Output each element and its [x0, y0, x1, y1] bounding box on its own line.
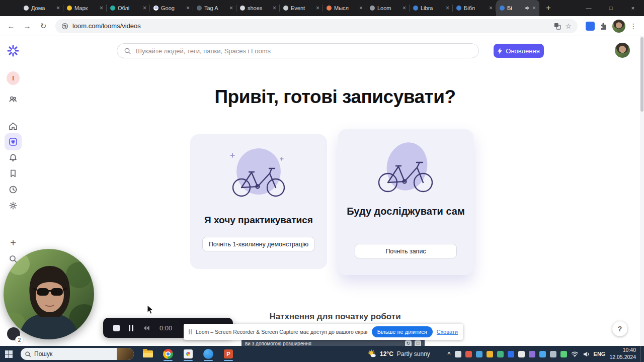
browser-tab[interactable]: Облі×	[107, 0, 150, 16]
tab-close-icon[interactable]: ×	[143, 5, 146, 11]
blue-app-icon[interactable]	[202, 346, 214, 362]
tab-close-icon[interactable]: ×	[532, 5, 536, 11]
start-button[interactable]	[5, 350, 13, 358]
tab-favicon-icon: G	[153, 6, 158, 11]
chrome-icon[interactable]	[162, 346, 174, 362]
loom-logo-icon[interactable]	[7, 44, 20, 57]
practice-card[interactable]: Я хочу практикуватися Почніть 1-хвилинну…	[190, 134, 327, 269]
tab-label: Бі	[507, 5, 522, 11]
tab-close-icon[interactable]: ×	[56, 5, 60, 11]
stop-recording-icon[interactable]	[113, 325, 120, 331]
language-indicator[interactable]: ENG	[594, 351, 606, 357]
toolbar-extensions: ⋮	[583, 20, 640, 33]
help-button[interactable]: ?	[612, 321, 627, 336]
browser-tab[interactable]: Tag A×	[193, 0, 236, 16]
tab-close-icon[interactable]: ×	[100, 5, 103, 11]
tab-close-icon[interactable]: ×	[446, 5, 449, 11]
bookmark-star-icon[interactable]: ☆	[565, 22, 572, 30]
taskbar-search-box[interactable]: Пошук	[21, 348, 134, 360]
extension-icon[interactable]	[586, 22, 595, 31]
pause-recording-icon[interactable]	[129, 325, 133, 331]
hide-notification-link[interactable]: Сховати	[437, 329, 458, 335]
clock-time: 10:40	[609, 347, 636, 354]
sidebar-item-home[interactable]	[7, 120, 20, 133]
tab-close-icon[interactable]: ×	[229, 5, 233, 11]
tray-icon[interactable]	[550, 351, 556, 357]
sidebar-item-settings[interactable]	[7, 199, 20, 212]
extensions-puzzle-icon[interactable]	[599, 22, 608, 30]
tab-close-icon[interactable]: ×	[359, 5, 363, 11]
tray-icon[interactable]	[529, 351, 535, 357]
browser-tab[interactable]: Дома×	[20, 0, 63, 16]
loom-extension-icon	[189, 329, 192, 334]
minimize-button[interactable]: —	[578, 0, 600, 16]
url-text[interactable]: loom.com/looms/videos	[72, 22, 550, 30]
webcam-preview-bubble[interactable]	[4, 249, 94, 339]
forward-button[interactable]: →	[20, 19, 34, 33]
tray-icon[interactable]	[518, 351, 525, 357]
tab-close-icon[interactable]: ×	[186, 5, 190, 11]
address-bar[interactable]: loom.com/looms/videos ☆	[55, 19, 578, 33]
start-demo-button[interactable]: Почніть 1-хвилинну демонстрацію	[202, 237, 315, 251]
browser-tab[interactable]: Libra×	[410, 0, 453, 16]
tray-icon[interactable]	[539, 351, 546, 357]
browser-tab[interactable]: Event×	[280, 0, 323, 16]
sidebar-item-notifications[interactable]	[7, 151, 20, 164]
tray-icon[interactable]	[497, 351, 504, 357]
new-tab-button[interactable]: +	[542, 2, 554, 14]
browser-tab[interactable]: Бібл×	[453, 0, 496, 16]
sidebar-workspace-avatar[interactable]: I	[7, 71, 20, 84]
tray-icon[interactable]	[560, 351, 567, 357]
powerpoint-icon[interactable]: P	[222, 346, 234, 362]
search-highlight-image[interactable]	[117, 348, 134, 360]
tray-chevron-icon[interactable]: ^	[447, 351, 450, 357]
volume-icon[interactable]	[583, 351, 590, 357]
loom-search-bar[interactable]	[117, 43, 479, 58]
browser-profile-avatar[interactable]	[612, 20, 625, 33]
sidebar-item-history[interactable]	[7, 183, 20, 196]
tray-icon[interactable]	[508, 351, 514, 357]
browser-tab[interactable]: shoes×	[236, 0, 280, 16]
wifi-icon[interactable]	[571, 351, 579, 357]
maximize-button[interactable]: □	[600, 0, 622, 16]
tab-audio-icon[interactable]	[525, 6, 530, 11]
scrollbar-thumb[interactable]	[640, 37, 643, 112]
browser-tab[interactable]: Loom×	[366, 0, 410, 16]
translate-icon[interactable]	[554, 23, 561, 30]
taskbar-weather-widget[interactable]: 12°C Partly sunny	[367, 346, 430, 362]
explore-card[interactable]: Буду досліджувати сам Почніть запис	[338, 129, 473, 275]
tab-close-icon[interactable]: ×	[403, 5, 406, 11]
tray-icon[interactable]	[455, 351, 461, 357]
tray-icon[interactable]	[476, 351, 482, 357]
sidebar-item-bookmarks[interactable]	[7, 167, 20, 180]
loom-profile-avatar[interactable]	[615, 43, 630, 58]
browser-tab[interactable]: Мысл×	[323, 0, 366, 16]
browser-tab[interactable]: Марк×	[63, 0, 107, 16]
explore-bicycle-illustration	[338, 141, 473, 199]
back-button[interactable]: ←	[4, 19, 18, 33]
tray-icon[interactable]	[465, 351, 472, 357]
search-input[interactable]	[136, 47, 472, 55]
reload-button[interactable]: ↻	[36, 19, 50, 33]
tab-close-icon[interactable]: ×	[316, 5, 319, 11]
updates-button[interactable]: Оновлення	[494, 44, 544, 58]
sidebar-add-button[interactable]: +	[7, 236, 20, 249]
close-button[interactable]: ×	[622, 0, 644, 16]
browser-tab-active[interactable]: Бі ×	[496, 0, 539, 16]
stop-sharing-button[interactable]: Більше не ділитися	[372, 326, 433, 337]
start-recording-button[interactable]: Почніть запис	[355, 244, 457, 258]
sidebar-item-members[interactable]	[7, 93, 20, 106]
taskbar-clock[interactable]: 10:40 12.05.2024	[609, 347, 636, 360]
site-settings-icon[interactable]	[61, 23, 68, 30]
tray-icon[interactable]	[487, 351, 493, 357]
restart-recording-icon[interactable]	[142, 325, 150, 331]
file-explorer-icon[interactable]	[142, 346, 154, 362]
photos-app-icon[interactable]	[182, 346, 194, 362]
browser-menu-icon[interactable]: ⋮	[630, 22, 637, 30]
browser-tab[interactable]: GGoog×	[150, 0, 193, 16]
tab-close-icon[interactable]: ×	[489, 5, 493, 11]
weather-temperature: 12°C	[380, 350, 393, 357]
sidebar-item-videos[interactable]	[5, 133, 22, 150]
show-desktop-button[interactable]	[640, 346, 642, 362]
tab-close-icon[interactable]: ×	[273, 5, 276, 11]
